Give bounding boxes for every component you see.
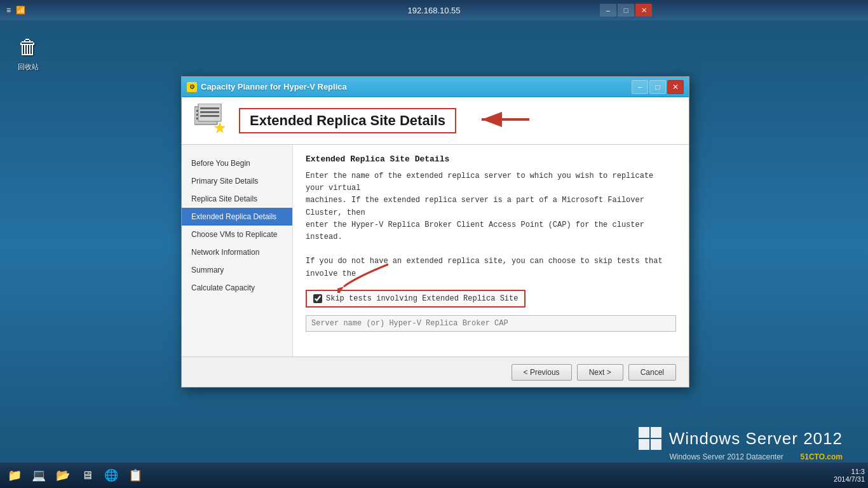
win-datacenter-text: Windows Server 2012 Datacenter 51CTO.com bbox=[669, 452, 843, 461]
next-button[interactable]: Next > bbox=[577, 364, 623, 381]
clock-date: 2014/7/31 bbox=[834, 475, 865, 483]
header-title: Extended Replica Site Details bbox=[250, 112, 445, 128]
dialog-titlebar-left: ⚙ Capacity Planner for Hyper-V Replica bbox=[187, 82, 347, 92]
dialog-titlebar: ⚙ Capacity Planner for Hyper-V Replica –… bbox=[182, 77, 689, 97]
nav-item-summary[interactable]: Summary bbox=[182, 261, 292, 279]
server-name-input[interactable] bbox=[306, 315, 676, 332]
dialog-icon: ⚙ bbox=[187, 82, 197, 92]
recycle-bin[interactable]: 🗑 回收站 bbox=[13, 32, 43, 72]
dialog-footer: < Previous Next > Cancel bbox=[182, 356, 689, 387]
recycle-bin-icon: 🗑 bbox=[13, 32, 43, 62]
win-brand-text: Windows Server 2012 bbox=[669, 429, 843, 449]
taskbar-icons: 📁 💻 📂 🖥 🌐 📋 bbox=[0, 464, 150, 487]
taskbar-top-left: ≡ 📶 bbox=[6, 6, 25, 15]
taskbar-right: 11:3 2014/7/31 bbox=[834, 468, 865, 483]
desktop: ≡ 📶 192.168.10.55 – □ ✕ 🗑 回收站 ⚙ Capacity… bbox=[0, 0, 868, 488]
skip-tests-label: Skip tests involving Extended Replica Si… bbox=[326, 294, 518, 303]
dialog-window: ⚙ Capacity Planner for Hyper-V Replica –… bbox=[181, 76, 689, 388]
taskbar-top-title: 192.168.10.55 bbox=[407, 6, 460, 15]
dialog-header: Extended Replica Site Details bbox=[182, 97, 689, 145]
logo-sq2 bbox=[651, 427, 661, 438]
previous-button[interactable]: < Previous bbox=[512, 364, 572, 381]
logo-sq3 bbox=[639, 439, 649, 450]
dialog-nav: Before You Begin Primary Site Details Re… bbox=[182, 145, 293, 356]
top-close-btn[interactable]: ✕ bbox=[635, 4, 652, 17]
dialog-titlebar-btns: – □ ✕ bbox=[632, 80, 684, 94]
svg-rect-7 bbox=[200, 115, 219, 117]
top-max-btn[interactable]: □ bbox=[618, 4, 634, 17]
dialog-max-btn[interactable]: □ bbox=[649, 80, 666, 94]
datacenter-label: Windows Server 2012 Datacenter bbox=[669, 452, 783, 461]
nav-item-calculate[interactable]: Calculate Capacity bbox=[182, 279, 292, 297]
dialog-body: Before You Begin Primary Site Details Re… bbox=[182, 145, 689, 356]
tb-icon-task[interactable]: 📋 bbox=[124, 464, 147, 487]
recycle-bin-label: 回收站 bbox=[18, 62, 39, 72]
nav-item-primary-site[interactable]: Primary Site Details bbox=[182, 172, 292, 190]
nav-item-before-you-begin[interactable]: Before You Begin bbox=[182, 154, 292, 172]
tb-icon-browser[interactable]: 🌐 bbox=[100, 464, 123, 487]
dialog-min-btn[interactable]: – bbox=[632, 80, 648, 94]
signal-icon: ≡ bbox=[6, 6, 11, 15]
cancel-button[interactable]: Cancel bbox=[628, 364, 676, 381]
watermark-text: 51CTO.com bbox=[801, 452, 843, 461]
header-title-box: Extended Replica Site Details bbox=[239, 108, 456, 133]
red-arrow bbox=[472, 107, 536, 132]
taskbar-top: ≡ 📶 192.168.10.55 – □ ✕ bbox=[0, 0, 868, 20]
clock-time: 11:3 bbox=[834, 468, 865, 475]
taskbar-top-controls: – □ ✕ bbox=[600, 4, 652, 17]
nav-item-network-info[interactable]: Network Information bbox=[182, 243, 292, 261]
arrow-container bbox=[472, 107, 536, 135]
tb-icon-terminal[interactable]: 💻 bbox=[27, 464, 50, 487]
taskbar-bottom: 📁 💻 📂 🖥 🌐 📋 11:3 2014/7/31 bbox=[0, 463, 868, 488]
logo-sq4 bbox=[651, 439, 661, 450]
header-icons bbox=[194, 104, 229, 139]
network-icon: 📶 bbox=[16, 6, 25, 15]
content-section-title: Extended Replica Site Details bbox=[306, 154, 676, 164]
top-min-btn[interactable]: – bbox=[600, 4, 616, 17]
tb-icon-files[interactable]: 📂 bbox=[51, 464, 74, 487]
content-arrow bbox=[337, 261, 414, 293]
nav-item-choose-vms[interactable]: Choose VMs to Replicate bbox=[182, 226, 292, 243]
skip-tests-checkbox[interactable] bbox=[313, 294, 322, 303]
dialog-content: Extended Replica Site Details Enter the … bbox=[293, 145, 689, 356]
logo-sq1 bbox=[639, 427, 649, 438]
server-icon bbox=[194, 104, 229, 139]
windows-logo bbox=[639, 427, 661, 450]
tb-icon-computer[interactable]: 🖥 bbox=[76, 464, 98, 487]
tb-icon-folder[interactable]: 📁 bbox=[3, 464, 26, 487]
win-branding: Windows Server 2012 bbox=[639, 427, 843, 450]
svg-rect-6 bbox=[200, 111, 219, 113]
dialog-title: Capacity Planner for Hyper-V Replica bbox=[201, 82, 347, 92]
nav-item-replica-site[interactable]: Replica Site Details bbox=[182, 190, 292, 208]
nav-item-extended-replica[interactable]: Extended Replica Details bbox=[182, 208, 292, 226]
svg-rect-5 bbox=[200, 107, 219, 109]
dialog-close-btn[interactable]: ✕ bbox=[667, 80, 684, 94]
time-display: 11:3 2014/7/31 bbox=[834, 468, 865, 483]
